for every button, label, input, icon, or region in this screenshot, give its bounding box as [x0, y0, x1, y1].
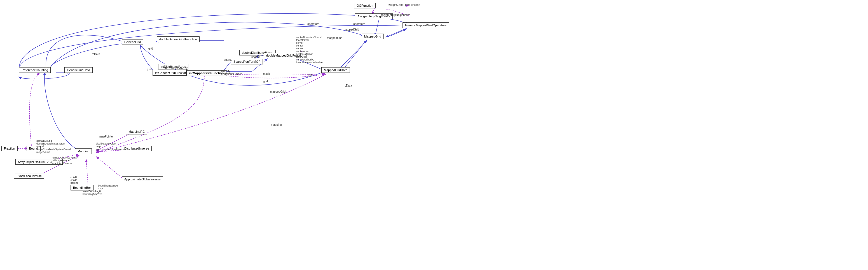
- node-MappingRC[interactable]: MappingRC: [126, 129, 147, 134]
- node-label: ReferenceCounting: [22, 68, 48, 72]
- label-mappedGnd: mappedGnd: [327, 36, 342, 39]
- label-grid-1: grid: [148, 47, 153, 50]
- label-rcData: rcData: [92, 53, 100, 56]
- node-MappedGrid[interactable]: MappedGrid: [362, 34, 384, 39]
- label-mapPointer: mapPointer: [99, 135, 114, 138]
- label-mask: mask: [263, 72, 270, 76]
- node-OGFunction[interactable]: OGFunction: [354, 3, 376, 8]
- node-GenericGridData[interactable]: GenericGridData: [64, 67, 93, 73]
- label-assignInterpNeighbours: assignInterpNeighbours: [381, 13, 410, 17]
- label-sparse-1: sparse: [224, 58, 232, 61]
- label-serialBoundingBox: serialBoundingBoxboundingBoxTree: [83, 190, 103, 196]
- node-BoundingBox[interactable]: BoundingBox: [70, 185, 94, 190]
- node-intMappedGridFunction[interactable]: intMappedGridFunction: [186, 70, 226, 76]
- label-mappedGrid-2: mappedGrid: [344, 28, 359, 31]
- diagram-container: ReferenceCounting GenericGridData Generi…: [0, 0, 868, 270]
- label-centerBoundary: centerBoundaryNormalfaceNormalcornercent…: [296, 36, 323, 64]
- node-SparseRepForMGF[interactable]: SparseRepForMGF: [231, 59, 263, 64]
- label-mapping: mapping: [271, 123, 282, 126]
- label-bboxMap: boundingBoxTreemap: [98, 184, 118, 190]
- label-operators-1: operators: [307, 22, 319, 26]
- node-label: intGenericGridFunction: [155, 71, 187, 74]
- node-GenericMappedGridOperators[interactable]: GenericMappedGridOperators: [403, 22, 449, 28]
- node-label: SparseRepForMGF: [234, 60, 260, 63]
- label-sparse-2: sparse: [251, 56, 260, 59]
- node-label: MappingRC: [128, 130, 145, 133]
- node-Mapping[interactable]: Mapping: [75, 148, 92, 154]
- label-domainBound: domainBounddomainCoordinateSystemBoundra…: [36, 140, 71, 153]
- label-grid-3: grid: [263, 80, 268, 83]
- node-label: DistributedInverse: [124, 147, 149, 150]
- label-classify: classifyequationNumber: [221, 69, 242, 76]
- node-label: Mapping: [78, 150, 89, 153]
- node-label: ApproximateGlobalInverse: [124, 178, 161, 181]
- label-twilightZone: twilightZoneFlowFunction: [389, 3, 420, 6]
- node-label: ExactLocalInverse: [17, 174, 42, 178]
- label-grid-4: grid: [308, 73, 313, 77]
- node-ExactLocalInverse[interactable]: ExactLocalInverse: [14, 173, 44, 179]
- node-label: MappedGrid: [364, 35, 381, 38]
- node-label: intMappedGridFunction: [189, 71, 224, 75]
- label-numberOfGhostPoints: numberOfGhostPointsgridIndexRangeexactLo…: [52, 156, 77, 165]
- node-label: GenericMappedGridOperators: [405, 24, 446, 27]
- node-label: Fraction: [4, 147, 15, 150]
- node-ApproximateGlobalInverse[interactable]: ApproximateGlobalInverse: [122, 176, 163, 182]
- node-label: OGFunction: [356, 4, 373, 7]
- node-MappedGridData[interactable]: MappedGridData: [321, 67, 350, 73]
- label-rcData-2: rcData: [344, 84, 352, 87]
- node-label: GenericGridData: [67, 68, 90, 72]
- node-Fraction[interactable]: Fraction: [1, 146, 18, 151]
- node-label: GenericGrid: [124, 40, 141, 44]
- label-mappedGrid-1: mappedGrid: [270, 90, 285, 93]
- label-intDistributedArray: intDistributedArray: [164, 67, 188, 70]
- node-GenericGrid[interactable]: GenericGrid: [122, 39, 143, 45]
- label-grid-2: grid: [147, 68, 152, 71]
- node-ReferenceCounting[interactable]: ReferenceCounting: [19, 67, 51, 73]
- label-child1: child1child2parent: [70, 176, 78, 184]
- node-DistributedInverse[interactable]: DistributedInverse: [122, 146, 152, 151]
- node-label: MappedGridData: [324, 68, 347, 72]
- node-label: doubleGenericGridFunction: [159, 37, 197, 41]
- node-label: BoundingBox: [73, 186, 91, 189]
- label-distributedInverse: distributedInversemapapproximateGlobalIn…: [96, 142, 125, 151]
- node-doubleGenericGridFunction[interactable]: doubleGenericGridFunction: [157, 36, 199, 42]
- node-intGenericGridFunction[interactable]: intGenericGridFunction: [153, 70, 189, 76]
- label-operators-2: operators: [353, 22, 365, 26]
